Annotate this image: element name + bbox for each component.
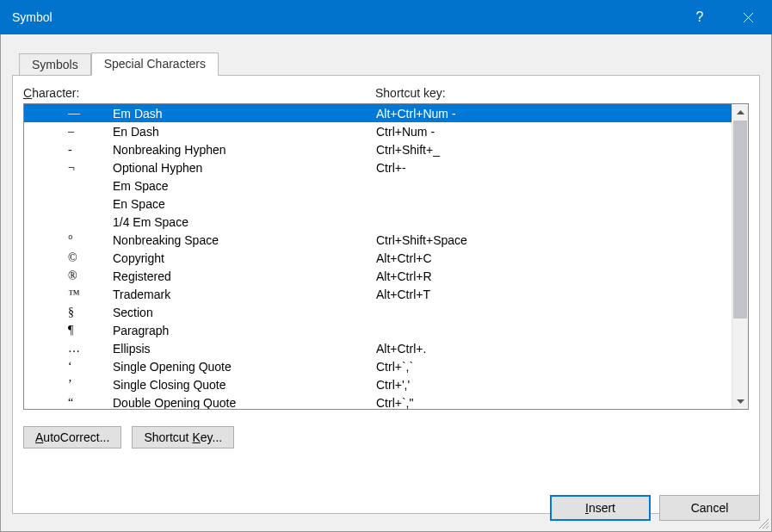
- cell-name: Trademark: [113, 288, 376, 301]
- cell-symbol: ™: [24, 288, 113, 301]
- list-item[interactable]: ° Nonbreaking Space Ctrl+Shift+Space: [24, 231, 732, 249]
- cell-shortcut: Ctrl+`,": [376, 396, 732, 410]
- dialog-body: Symbols Special Characters Character: Sh…: [0, 34, 772, 532]
- tab-special-characters-label: Special Characters: [104, 57, 206, 71]
- list-item[interactable]: 1/4 Em Space: [24, 213, 732, 231]
- cell-shortcut: Ctrl+',': [376, 378, 732, 392]
- character-list: — Em Dash Alt+Ctrl+Num - – En Dash Ctrl+…: [23, 103, 749, 410]
- column-header-shortcut: Shortcut key:: [375, 86, 749, 100]
- cell-symbol: –: [24, 125, 113, 139]
- list-item[interactable]: En Space: [24, 195, 732, 213]
- cell-name: Copyright: [113, 251, 376, 265]
- cell-shortcut: Ctrl+Shift+Space: [376, 233, 732, 247]
- cell-symbol: —: [24, 107, 113, 121]
- list-item[interactable]: ™ Trademark Alt+Ctrl+T: [24, 285, 732, 303]
- list-item[interactable]: ® Registered Alt+Ctrl+R: [24, 267, 732, 285]
- cancel-button[interactable]: Cancel: [659, 495, 760, 521]
- tab-special-characters[interactable]: Special Characters: [91, 53, 219, 76]
- list-item[interactable]: — Em Dash Alt+Ctrl+Num -: [24, 104, 732, 122]
- cell-name: En Space: [113, 197, 376, 211]
- cell-name: Em Dash: [113, 107, 376, 121]
- cell-symbol: §: [24, 306, 113, 319]
- cell-symbol: °: [24, 233, 113, 247]
- cell-symbol: ‘: [24, 360, 113, 374]
- cell-name: En Dash: [113, 125, 376, 139]
- cell-name: Registered: [113, 269, 376, 283]
- scrollbar-thumb[interactable]: [733, 121, 747, 319]
- shortcut-key-button[interactable]: Shortcut Key...: [132, 426, 234, 448]
- tab-symbols[interactable]: Symbols: [19, 53, 91, 77]
- character-list-rows[interactable]: — Em Dash Alt+Ctrl+Num - – En Dash Ctrl+…: [24, 104, 732, 409]
- cell-name: Single Opening Quote: [113, 360, 376, 374]
- help-button[interactable]: ?: [676, 0, 724, 34]
- cell-name: Optional Hyphen: [113, 161, 376, 175]
- close-icon: [743, 12, 754, 23]
- tab-panel: Character: Shortcut key: — Em Dash Alt+C…: [12, 75, 760, 514]
- cell-name: 1/4 Em Space: [113, 215, 376, 229]
- cell-shortcut: Ctrl+Num -: [376, 125, 732, 139]
- list-item[interactable]: ¬ Optional Hyphen Ctrl+-: [24, 158, 732, 176]
- insert-button[interactable]: Insert: [550, 495, 651, 521]
- list-item[interactable]: ¶ Paragraph: [24, 321, 732, 339]
- list-item[interactable]: … Ellipsis Alt+Ctrl+.: [24, 339, 732, 357]
- scrollbar-arrow-down[interactable]: [732, 393, 748, 409]
- list-item[interactable]: ’ Single Closing Quote Ctrl+',': [24, 375, 732, 393]
- column-header-character: Character:: [23, 86, 375, 100]
- cell-name: Double Opening Quote: [113, 396, 376, 410]
- list-item[interactable]: - Nonbreaking Hyphen Ctrl+Shift+_: [24, 140, 732, 158]
- dialog-title: Symbol: [12, 10, 52, 24]
- autocorrect-button[interactable]: AutoCorrect...: [23, 426, 121, 448]
- cell-shortcut: Alt+Ctrl+Num -: [376, 107, 732, 121]
- cell-name: Em Space: [113, 179, 376, 193]
- cell-symbol: ¬: [24, 161, 113, 175]
- resize-grip[interactable]: [757, 517, 769, 529]
- list-item[interactable]: © Copyright Alt+Ctrl+C: [24, 249, 732, 267]
- resize-grip-icon: [757, 517, 769, 529]
- cell-name: Nonbreaking Space: [113, 233, 376, 247]
- cell-symbol: ©: [24, 251, 113, 265]
- cell-name: Single Closing Quote: [113, 378, 376, 392]
- cell-name: Nonbreaking Hyphen: [113, 143, 376, 157]
- cell-shortcut: Ctrl+Shift+_: [376, 143, 732, 157]
- tab-strip: Symbols Special Characters: [1, 34, 771, 76]
- cell-symbol: ’: [24, 378, 113, 392]
- scrollbar-arrow-up[interactable]: [732, 104, 748, 121]
- titlebar-buttons: ?: [676, 0, 772, 34]
- cell-shortcut: Ctrl+`,`: [376, 360, 732, 374]
- cell-symbol: ¶: [24, 324, 113, 337]
- column-headers: Character: Shortcut key:: [23, 86, 749, 103]
- footer-buttons: Insert Cancel: [550, 495, 760, 521]
- list-item[interactable]: ‘ Single Opening Quote Ctrl+`,`: [24, 357, 732, 375]
- chevron-down-icon: [737, 399, 744, 404]
- list-item[interactable]: Em Space: [24, 176, 732, 195]
- titlebar: Symbol ?: [0, 0, 772, 34]
- list-item[interactable]: “ Double Opening Quote Ctrl+`,": [24, 393, 732, 409]
- cell-name: Ellipsis: [113, 342, 376, 356]
- cell-name: Section: [113, 306, 376, 319]
- tab-symbols-label: Symbols: [32, 58, 78, 71]
- cell-shortcut: Ctrl+-: [376, 161, 732, 175]
- cell-shortcut: Alt+Ctrl+T: [376, 288, 732, 301]
- cell-shortcut: Alt+Ctrl+R: [376, 269, 732, 283]
- cell-shortcut: Alt+Ctrl+.: [376, 342, 732, 356]
- cell-symbol: “: [24, 396, 113, 410]
- list-item[interactable]: – En Dash Ctrl+Num -: [24, 122, 732, 140]
- panel-buttons: AutoCorrect... Shortcut Key...: [23, 410, 749, 448]
- cell-symbol: -: [24, 143, 113, 157]
- svg-line-3: [763, 523, 769, 529]
- close-button[interactable]: [724, 0, 772, 34]
- list-item[interactable]: § Section: [24, 303, 732, 321]
- cell-name: Paragraph: [113, 324, 376, 337]
- svg-line-4: [766, 526, 769, 529]
- chevron-up-icon: [737, 110, 744, 115]
- cell-symbol: …: [24, 342, 113, 356]
- help-icon: ?: [696, 9, 704, 25]
- cell-symbol: ®: [24, 269, 113, 283]
- scrollbar[interactable]: [732, 104, 748, 409]
- cell-shortcut: Alt+Ctrl+C: [376, 251, 732, 265]
